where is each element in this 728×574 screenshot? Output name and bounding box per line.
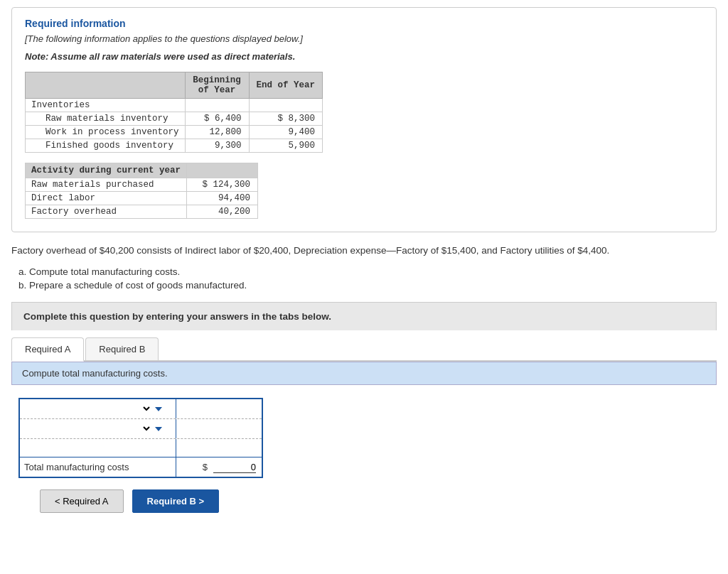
complete-box: Complete this question by entering your …: [11, 302, 717, 330]
activity-table: Activity during current year Raw materia…: [25, 163, 258, 219]
inv-row-2-end: 9,400: [249, 126, 323, 139]
tabs-row: Required A Required B: [11, 337, 717, 362]
act-row-2-label: Direct labor: [26, 192, 187, 205]
act-row-1-value: $ 124,300: [187, 178, 258, 192]
inv-row-3-begin: 9,300: [185, 139, 249, 153]
total-value-input[interactable]: [213, 462, 256, 473]
answer-row-1: Direct materials Direct labor Factory ov…: [20, 399, 262, 419]
next-button[interactable]: Required B >: [132, 489, 220, 513]
tabs-section: Required A Required B Compute total manu…: [11, 337, 717, 513]
dropdown-1-arrow: [155, 407, 162, 411]
tab-content-header: Compute total manufacturing costs.: [11, 362, 717, 385]
italic-note: [The following information applies to th…: [25, 33, 703, 44]
answer-row-2-select[interactable]: Direct materials Direct labor Factory ov…: [24, 423, 152, 435]
inv-col-begin: Beginningof Year: [185, 72, 249, 99]
answer-row-2: Direct materials Direct labor Factory ov…: [20, 419, 262, 439]
inventory-table: Beginningof Year End of Year Inventories…: [25, 72, 323, 153]
total-row-label: Total manufacturing costs: [20, 457, 176, 477]
total-row: Total manufacturing costs $: [20, 457, 262, 477]
required-title: Required information: [25, 18, 703, 29]
total-row-value: $: [176, 457, 262, 477]
dropdown-2-arrow: [155, 427, 162, 431]
act-row-2-value: 94,400: [187, 192, 258, 205]
answer-row-1-input[interactable]: [199, 404, 256, 414]
prev-button[interactable]: < Required A: [40, 489, 124, 513]
inv-row-3-label: Finished goods inventory: [26, 139, 186, 153]
answer-row-1-value: [176, 399, 262, 418]
note-label: Note:: [25, 51, 48, 62]
description-paragraph: Factory overhead of $40,200 consists of …: [11, 244, 717, 258]
inv-row-1-end: $ 8,300: [249, 112, 323, 126]
inv-col-label: [26, 72, 186, 99]
answer-row-1-select[interactable]: Direct materials Direct labor Factory ov…: [24, 403, 152, 415]
question-b: b. Prepare a schedule of cost of goods m…: [18, 280, 717, 291]
question-a: a. Compute total manufacturing costs.: [18, 266, 717, 277]
act-row-3-label: Factory overhead: [26, 205, 187, 219]
answer-area: Direct materials Direct labor Factory ov…: [11, 385, 717, 478]
inv-row-3-end: 5,900: [249, 139, 323, 153]
answer-table-container: Direct materials Direct labor Factory ov…: [18, 398, 263, 478]
inv-col-end: End of Year: [249, 72, 323, 99]
answer-row-3: [20, 439, 262, 457]
answer-row-2-input[interactable]: [199, 423, 256, 434]
tab-required-a[interactable]: Required A: [11, 337, 84, 362]
answer-row-3-label: [20, 439, 176, 457]
answer-row-3-text-input[interactable]: [24, 443, 152, 453]
inv-row-2-label: Work in process inventory: [26, 126, 186, 139]
questions-list: a. Compute total manufacturing costs. b.…: [11, 266, 717, 291]
answer-row-3-input[interactable]: [199, 443, 256, 453]
answer-row-1-label: Direct materials Direct labor Factory ov…: [20, 399, 176, 418]
dollar-sign: $: [203, 462, 208, 472]
inv-row-1-label: Raw materials inventory: [26, 112, 186, 126]
inv-section-label: Inventories: [26, 99, 186, 112]
note-text: Assume all raw materials were used as di…: [48, 51, 295, 62]
activity-section-label: Activity during current year: [26, 163, 187, 178]
act-row-1-label: Raw materials purchased: [26, 178, 187, 192]
required-info-box: Required information [The following info…: [11, 7, 717, 232]
answer-row-2-label: Direct materials Direct labor Factory ov…: [20, 419, 176, 438]
answer-row-3-value: [176, 439, 262, 457]
tab-required-b[interactable]: Required B: [85, 337, 159, 360]
inv-row-2-begin: 12,800: [185, 126, 249, 139]
act-row-3-value: 40,200: [187, 205, 258, 219]
inv-row-1-begin: $ 6,400: [185, 112, 249, 126]
assume-note: Note: Assume all raw materials were used…: [25, 51, 703, 62]
answer-row-2-value: [176, 419, 262, 438]
nav-buttons: < Required A Required B >: [40, 489, 717, 513]
